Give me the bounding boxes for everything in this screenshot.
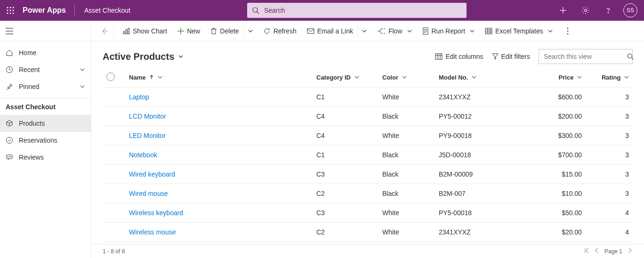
nav-recent[interactable]: Recent [0,61,91,78]
more-vertical-icon [567,27,569,35]
cell-price: $700.00 [520,145,586,165]
cell-rating: 3 [586,88,633,107]
settings-button[interactable] [575,0,596,21]
row-select[interactable] [103,165,125,184]
back-button[interactable] [95,21,114,41]
view-selector[interactable]: Active Products [103,51,184,62]
svg-rect-27 [128,28,129,34]
record-link[interactable]: Wireless keyboard [129,209,183,217]
svg-point-47 [628,54,632,58]
nav-group-header: Asset Checkout [0,98,91,115]
record-link[interactable]: Wired keyboard [129,170,175,178]
chevron-down-icon [624,75,629,80]
box-icon [6,120,13,127]
table-row[interactable]: Wired mouseC2BlackB2M-007$10.003 [103,184,633,203]
cmd-overflow-button[interactable] [558,21,577,41]
cmd-refresh[interactable]: Refresh [258,21,301,41]
nav-home[interactable]: Home [0,44,91,61]
record-range: 1 - 8 of 8 [103,248,125,255]
table-row[interactable]: LCD MonitorC4BlackPY5-00012$200.003 [103,107,633,126]
row-select[interactable] [103,88,125,107]
cell-color: Black [378,107,435,126]
nav-reviews[interactable]: Reviews [0,149,91,166]
col-header-price[interactable]: Price [520,68,586,88]
cmd-delete-split[interactable] [244,25,253,37]
app-launcher-button[interactable] [0,0,21,21]
table-row[interactable]: NotebookC1BlackJ5D-00018$700.003 [103,145,633,165]
cmd-show-chart[interactable]: Show Chart [118,21,172,41]
add-button[interactable] [553,0,573,21]
nav-pinned[interactable]: Pinned [0,78,91,95]
pager-prev[interactable] [594,248,600,255]
cmd-excel-templates[interactable]: Excel Templates [480,21,557,41]
record-link[interactable]: Wireless mouse [129,228,176,236]
trash-icon [210,27,217,35]
chevron-down-icon [248,29,253,33]
row-select[interactable] [103,126,125,145]
chevron-down-icon [80,67,85,73]
row-select[interactable] [103,184,125,203]
table-row[interactable]: Wireless keyboardC3WhitePY5-00018$50.004 [103,203,633,223]
chevron-down-icon [548,29,553,33]
table-row[interactable]: LaptopC1White2341XYXZ$600.003 [103,88,633,107]
cmd-email-link[interactable]: Email a Link [302,21,371,41]
row-select[interactable] [103,203,125,223]
table-row[interactable]: LED MonitorC4WhitePY9-00018$300.003 [103,126,633,145]
cmd-refresh-label: Refresh [274,27,297,35]
cmd-delete-label: Delete [220,27,239,35]
record-link[interactable]: Notebook [129,151,157,159]
cell-model: PY5-00012 [435,107,520,126]
global-search[interactable] [247,3,467,18]
svg-line-10 [257,12,259,14]
col-header-name[interactable]: Name [125,68,313,88]
chart-icon [122,27,130,35]
avatar-initials: SS [627,7,634,14]
app-name-label: Asset Checkout [77,7,138,14]
cell-model: PY5-00018 [435,203,520,223]
view-title-label: Active Products [103,51,174,62]
nav-reservations[interactable]: Reservations [0,132,91,149]
chevron-down-icon [178,54,184,59]
cmd-email-split[interactable] [358,25,367,37]
col-header-category[interactable]: Category ID [313,68,378,88]
view-search-input[interactable] [543,52,627,61]
cell-category: C2 [313,184,378,203]
cmd-show-chart-label: Show Chart [133,27,167,35]
user-avatar[interactable]: SS [623,3,637,17]
record-link[interactable]: LED Monitor [129,132,166,139]
record-link[interactable]: Wired mouse [129,190,168,197]
select-all[interactable] [103,68,125,88]
edit-columns-button[interactable]: Edit columns [435,53,483,60]
svg-point-21 [8,157,8,157]
table-row[interactable]: Wireless mouseC2White2341XYXZ$20.004 [103,223,633,242]
cmd-delete[interactable]: Delete [206,21,257,41]
view-search[interactable] [539,49,633,64]
chevron-left-icon [594,248,600,253]
cmd-flow[interactable]: Flow [372,21,417,41]
edit-filters-button[interactable]: Edit filters [492,53,530,60]
chevron-down-icon [407,29,412,33]
pager-next[interactable] [627,248,633,255]
cell-model: B2M-007 [435,184,520,203]
hamburger-icon[interactable] [6,28,13,34]
help-button[interactable] [598,0,619,21]
cmd-new[interactable]: New [173,21,205,41]
record-link[interactable]: Laptop [129,93,149,101]
col-header-rating[interactable]: Rating [586,68,633,88]
row-select[interactable] [103,107,125,126]
svg-rect-26 [126,30,127,34]
col-header-color[interactable]: Color [378,68,435,88]
cmd-email-link-label: Email a Link [317,27,353,35]
row-select[interactable] [103,223,125,242]
pager-first[interactable] [584,248,589,255]
row-select[interactable] [103,145,125,165]
col-header-model[interactable]: Model No. [435,68,520,88]
record-link[interactable]: LCD Monitor [129,113,166,120]
cmd-run-report[interactable]: Run Report [418,21,480,41]
global-search-input[interactable] [263,6,462,15]
help-icon [604,7,612,14]
nav-products[interactable]: Products [0,115,91,132]
chevron-right-icon [627,248,633,253]
table-row[interactable]: Wired keyboardC3BlackB2M-00009$15.003 [103,165,633,184]
nav-recent-label: Recent [19,66,40,73]
